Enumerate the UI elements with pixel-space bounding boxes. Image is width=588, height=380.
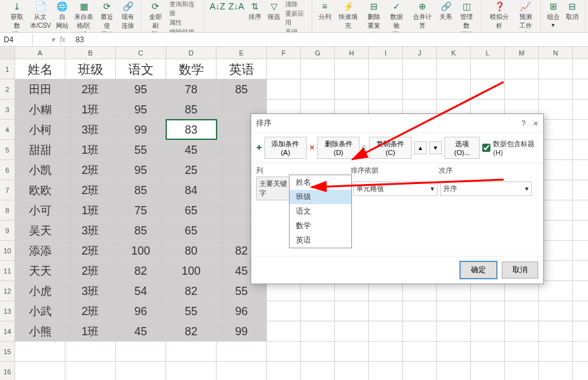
cell-D9[interactable]: 65 [166,221,217,240]
cell-H15[interactable] [335,342,369,361]
cell-D6[interactable]: 25 [166,160,217,180]
cell-N3[interactable] [539,100,573,119]
cell-G14[interactable] [301,321,335,341]
ribbon-button[interactable]: ⊕合并计算 [409,0,436,33]
cell-G1[interactable] [301,59,335,79]
cell-A10[interactable]: 添添 [15,241,65,260]
cell-F16[interactable] [267,362,301,380]
cell-A2[interactable]: 田田 [15,79,65,99]
cell-I1[interactable] [369,59,403,79]
ribbon-button[interactable]: ❓模拟分析 ▾ [485,0,513,33]
ribbon-button[interactable]: ⊟删除 重复值 [363,0,385,33]
cell-N7[interactable] [539,180,573,200]
add-condition-button[interactable]: 添加条件(A) [264,137,307,159]
cell-E13[interactable]: 96 [217,301,267,321]
col-header-G[interactable]: G [301,47,335,59]
row-header[interactable]: 2 [0,79,15,99]
cell-D1[interactable]: 数学 [166,59,217,79]
cell-A5[interactable]: 甜甜 [15,140,65,159]
ribbon-button[interactable]: ◫管理数 据模型 [456,0,477,33]
dropdown-option[interactable]: 数学 [290,219,351,233]
cell-I14[interactable] [369,321,403,341]
col-header-F[interactable]: F [267,47,301,59]
row-header[interactable]: 7 [0,180,15,200]
cell-L14[interactable] [471,321,505,341]
row-header[interactable]: 6 [0,160,15,180]
cell-C1[interactable]: 语文 [116,59,166,79]
cell-A13[interactable]: 小武 [15,301,65,321]
cell-A6[interactable]: 小凯 [15,160,65,180]
cell-C16[interactable] [116,362,166,380]
cell-M13[interactable] [505,301,539,321]
col-header-C[interactable]: C [116,47,166,59]
cell-D15[interactable] [166,342,217,361]
cell-N11[interactable] [539,261,573,280]
cell-B11[interactable]: 2班 [65,261,116,280]
dropdown-option[interactable]: 班级 [290,190,351,204]
cell-E15[interactable] [217,342,267,361]
cell-N9[interactable] [539,221,573,240]
cell-L2[interactable] [471,79,505,99]
cell-D11[interactable]: 100 [166,261,217,280]
cell-F14[interactable] [267,321,301,341]
dropdown-option[interactable]: 英语 [290,233,351,248]
cell-M15[interactable] [505,342,539,361]
ribbon-button[interactable]: 🌐自 网站 [54,0,71,33]
cell-B10[interactable]: 2班 [65,241,116,260]
cell-N16[interactable] [539,362,573,380]
cell-A14[interactable]: 小熊 [15,321,65,341]
cell-B6[interactable]: 2班 [65,160,116,180]
cell-L13[interactable] [471,301,505,321]
row-header[interactable]: 5 [0,140,15,159]
cancel-button[interactable]: 取消 [502,262,538,279]
cell-F15[interactable] [267,342,301,361]
cell-K1[interactable] [437,59,471,79]
move-up-button[interactable]: ▴ [414,141,427,154]
cell-B7[interactable]: 2班 [65,180,116,200]
cell-G2[interactable] [301,79,335,99]
cell-G16[interactable] [301,362,335,380]
cell-D7[interactable]: 84 [166,180,217,200]
ribbon-subitem[interactable]: 重新应用 [284,9,307,27]
cell-K13[interactable] [437,301,471,321]
cell-C15[interactable] [116,342,166,361]
cell-C11[interactable]: 82 [116,261,166,280]
dropdown-option[interactable]: 姓名 [290,175,351,190]
row-header[interactable]: 13 [0,301,15,321]
ribbon-button[interactable]: ⊞组合 ▾ [545,0,562,30]
ribbon-button[interactable]: ⟳最近使 用的源 [96,0,118,33]
cell-C9[interactable]: 85 [116,221,166,240]
order-dropdown[interactable]: 升序▾ [440,181,532,196]
cell-D3[interactable]: 85 [166,100,217,119]
cell-B1[interactable]: 班级 [65,59,116,79]
cell-A8[interactable]: 小可 [15,200,65,220]
cell-N6[interactable] [539,160,573,180]
cell-I16[interactable] [369,362,403,380]
cell-F1[interactable] [267,59,301,79]
cell-A12[interactable]: 小虎 [15,281,65,301]
has-header-checkbox[interactable]: 数据包含标题(H) [482,139,538,156]
name-box[interactable]: D4 [0,34,33,45]
cell-C12[interactable]: 54 [116,281,166,301]
cell-C4[interactable]: 99 [116,120,166,139]
cell-D2[interactable]: 78 [166,79,217,99]
cell-B13[interactable]: 2班 [65,301,116,321]
help-icon[interactable]: ? [521,119,526,128]
cell-I15[interactable] [369,342,403,361]
copy-condition-button[interactable]: 复制条件(C) [369,137,411,159]
cell-L15[interactable] [471,342,505,361]
cell-B9[interactable]: 3班 [65,221,116,240]
cell-H1[interactable] [335,59,369,79]
ribbon-button[interactable]: A↓Z [208,0,226,33]
ribbon-button[interactable]: ⟳全部刷 新▾ [145,0,167,33]
cell-N2[interactable] [539,79,573,99]
cell-B15[interactable] [65,342,116,361]
ribbon-button[interactable]: ≡分列 [316,0,334,33]
cell-C14[interactable]: 45 [116,321,166,341]
cell-N1[interactable] [539,59,573,79]
row-header[interactable]: 9 [0,221,15,240]
row-header[interactable]: 4 [0,120,15,139]
ribbon-button[interactable]: ✓数据验 证▾ [386,0,407,33]
options-button[interactable]: 选项(O)... [444,137,480,159]
ribbon-subitem[interactable]: 清除 [284,0,307,9]
